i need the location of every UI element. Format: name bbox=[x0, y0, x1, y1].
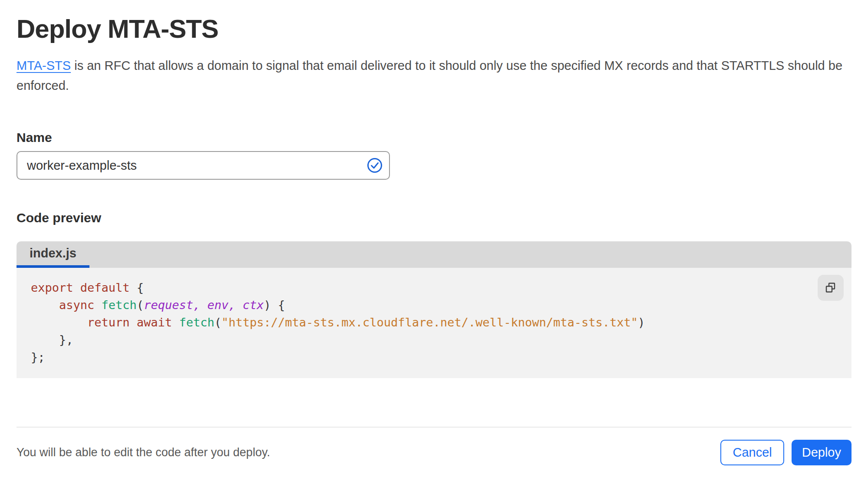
code-token: ) bbox=[638, 316, 645, 329]
copy-button[interactable] bbox=[818, 275, 844, 301]
mta-sts-link[interactable]: MTA-STS bbox=[17, 59, 71, 72]
cancel-button[interactable]: Cancel bbox=[720, 440, 784, 465]
deploy-mta-sts-page: Deploy MTA-STS MTA-STS is an RFC that al… bbox=[0, 15, 868, 378]
code-token: }; bbox=[31, 350, 45, 364]
deploy-button[interactable]: Deploy bbox=[792, 440, 851, 465]
code-token: fetch bbox=[102, 298, 137, 312]
check-circle-icon bbox=[366, 157, 383, 174]
footer-divider bbox=[17, 427, 851, 428]
code-token: fetch bbox=[179, 316, 214, 329]
code-token: return await bbox=[87, 316, 179, 329]
footer-buttons: Cancel Deploy bbox=[720, 440, 851, 465]
code-token: { bbox=[137, 281, 144, 294]
code-token: request, env, ctx bbox=[144, 298, 264, 312]
page-description: MTA-STS is an RFC that allows a domain t… bbox=[17, 56, 844, 96]
code-token: ( bbox=[215, 316, 221, 329]
name-label: Name bbox=[17, 130, 851, 145]
code-preview-panel: index.js export default { async fetch(re… bbox=[17, 241, 851, 378]
code-token bbox=[31, 298, 59, 312]
code-content: export default { async fetch(request, en… bbox=[31, 279, 851, 366]
code-line: }, bbox=[31, 331, 851, 349]
code-token: ( bbox=[137, 298, 144, 312]
copy-icon bbox=[824, 281, 837, 294]
tab-indexjs-label: index.js bbox=[30, 246, 76, 260]
code-line: }; bbox=[31, 349, 851, 366]
code-token: ) { bbox=[264, 298, 285, 312]
code-preview-label: Code preview bbox=[17, 210, 851, 226]
footer: You will be able to edit the code after … bbox=[17, 440, 851, 465]
name-input[interactable] bbox=[17, 151, 390, 180]
code-token: "https://mta-sts.mx.cloudflare.net/.well… bbox=[221, 316, 638, 329]
code-line: return await fetch("https://mta-sts.mx.c… bbox=[31, 314, 851, 331]
footer-note: You will be able to edit the code after … bbox=[17, 446, 270, 459]
page-title: Deploy MTA-STS bbox=[17, 15, 851, 43]
code-token: export default bbox=[31, 281, 137, 294]
tab-indexjs[interactable]: index.js bbox=[17, 241, 89, 268]
code-token bbox=[31, 316, 87, 329]
code-line: async fetch(request, env, ctx) { bbox=[31, 296, 851, 314]
code-tab-bar: index.js bbox=[17, 241, 851, 268]
code-line: export default { bbox=[31, 279, 851, 296]
code-editor: export default { async fetch(request, en… bbox=[17, 268, 851, 378]
name-input-wrap bbox=[17, 151, 390, 180]
page-description-text: is an RFC that allows a domain to signal… bbox=[17, 59, 842, 92]
code-token: }, bbox=[31, 333, 73, 346]
code-token: async bbox=[59, 298, 102, 312]
